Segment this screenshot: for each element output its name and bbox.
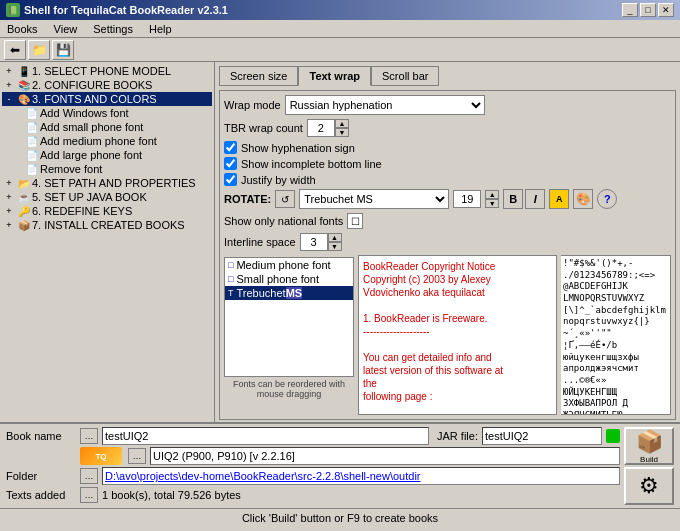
tree-item-fonts-colors[interactable]: - 🎨 3. FONTS AND COLORS [2,92,212,106]
tab-text-wrap-label: Text wrap [309,70,360,82]
maximize-button[interactable]: □ [640,3,656,17]
style-buttons: B I [503,189,545,209]
tab-text-wrap[interactable]: Text wrap [298,66,371,86]
font-size-input[interactable] [453,190,481,208]
book-name-browse[interactable]: … [80,428,98,444]
tbr-label: TBR wrap count [224,122,303,134]
font-item-medium[interactable]: □ Medium phone font [225,258,353,272]
wrap-mode-select[interactable]: Russian hyphenation English hyphenation … [285,95,485,115]
justify-checkbox[interactable] [224,173,237,186]
tree-item-setup-java[interactable]: + ☕ 5. SET UP JAVA BOOK [2,190,212,204]
tbr-down-btn[interactable]: ▼ [335,128,349,137]
book-name-input[interactable] [102,427,429,445]
menu-help[interactable]: Help [146,22,175,36]
italic-button[interactable]: I [525,189,545,209]
tree-item-add-medium-font[interactable]: 📄 Add medium phone font [22,134,212,148]
label-select-phone: 1. SELECT PHONE MODEL [32,65,171,77]
label-add-small: Add small phone font [40,121,143,133]
tree-item-set-path[interactable]: + 📂 4. SET PATH AND PROPERTIES [2,176,212,190]
expand-icon-redefine: + [2,206,16,216]
font-label-small: Small phone font [236,273,319,285]
version-browse[interactable]: … [128,448,146,464]
tree-item-redefine[interactable]: + 🔑 6. REDEFINE KEYS [2,204,212,218]
icon-add-large: 📄 [24,150,40,161]
save-button[interactable]: 💾 [52,40,74,60]
tbr-input[interactable] [307,119,335,137]
font-item-small[interactable]: □ Small phone font [225,272,353,286]
texts-label: Texts added [6,489,76,501]
preview-right: !"#$%&'()*+,- ./0123456789:;<=> @ABCDEFG… [561,255,671,415]
expand-icon-java: + [2,192,16,202]
bottom-action-buttons: 📦 Build ⚙ [624,427,674,505]
font-select[interactable]: Trebuchet MS Arial Times New Roman [299,189,449,209]
label-install: 7. INSTALL CREATED BOOKS [32,219,185,231]
tree-item-configure-books[interactable]: + 📚 2. CONFIGURE BOOKS [2,78,212,92]
bottom-main: Book name … JAR file: TQ … Folder … [6,427,674,505]
show-hyphen-checkbox[interactable] [224,141,237,154]
menu-settings[interactable]: Settings [90,22,136,36]
title-bar-text: Shell for TequilaCat BookReader v2.3.1 [24,4,228,16]
back-button[interactable]: ⬅ [4,40,26,60]
palette-button[interactable]: 🎨 [573,189,593,209]
close-button[interactable]: ✕ [658,3,674,17]
icon-path: 📂 [16,178,32,189]
interline-down-btn[interactable]: ▼ [328,242,342,251]
build-icon: 📦 [636,429,663,455]
bold-button[interactable]: B [503,189,523,209]
rotate-row: ROTATE: ↺ Trebuchet MS Arial Times New R… [224,189,671,209]
tequila-logo-small: TQ [80,447,122,465]
color-button[interactable]: A [549,189,569,209]
status-text: Click 'Build' button or F9 to create boo… [242,512,438,524]
menu-view[interactable]: View [51,22,81,36]
tab-scroll-bar[interactable]: Scroll bar [371,66,439,86]
settings-action-button[interactable]: ⚙ [624,467,674,505]
open-button[interactable]: 📁 [28,40,50,60]
interline-spinner: ▲ ▼ [300,233,342,251]
help-button[interactable]: ? [597,189,617,209]
font-size-up-btn[interactable]: ▲ [485,190,499,199]
font-size-down-btn[interactable]: ▼ [485,199,499,208]
jar-file-input[interactable] [482,427,602,445]
justify-row: Justify by width [224,173,671,186]
interline-input[interactable] [300,233,328,251]
folder-row: Folder … [6,467,620,485]
national-checkbox[interactable]: ☐ [347,213,363,229]
show-incomplete-checkbox[interactable] [224,157,237,170]
app-icon: 📗 [6,3,20,17]
show-hyphen-row: Show hyphenation sign [224,141,671,154]
label-redefine: 6. REDEFINE KEYS [32,205,132,217]
icon-remove: 📄 [24,164,40,175]
icon-select-phone: 📱 [16,66,32,77]
tree-item-install[interactable]: + 📦 7. INSTALL CREATED BOOKS [2,218,212,232]
jar-green-icon [606,429,620,443]
bottom-fields: Book name … JAR file: TQ … Folder … [6,427,620,505]
tree-item-add-small-font[interactable]: 📄 Add small phone font [22,120,212,134]
right-panel: Screen size Text wrap Scroll bar Wrap mo… [215,62,680,422]
show-incomplete-row: Show incomplete bottom line [224,157,671,170]
build-button[interactable]: 📦 Build [624,427,674,465]
tab-screen-size-label: Screen size [230,70,287,82]
font-item-trebuchet[interactable]: T TrebuchetMS [225,286,353,300]
minimize-button[interactable]: _ [622,3,638,17]
tab-screen-size[interactable]: Screen size [219,66,298,86]
interline-up-btn[interactable]: ▲ [328,233,342,242]
tbr-up-btn[interactable]: ▲ [335,119,349,128]
version-input[interactable] [150,447,620,465]
tbr-row: TBR wrap count ▲ ▼ [224,119,671,137]
tree-item-select-phone[interactable]: + 📱 1. SELECT PHONE MODEL [2,64,212,78]
label-path: 4. SET PATH AND PROPERTIES [32,177,196,189]
folder-browse[interactable]: … [80,468,98,484]
folder-input[interactable] [102,467,620,485]
rotate-button[interactable]: ↺ [275,190,295,208]
texts-browse[interactable]: … [80,487,98,503]
menu-books[interactable]: Books [4,22,41,36]
texts-value: 1 book(s), total 79.526 bytes [102,489,241,501]
icon-install: 📦 [16,220,32,231]
tree-item-remove-font[interactable]: 📄 Remove font [22,162,212,176]
title-bar-left: 📗 Shell for TequilaCat BookReader v2.3.1 [6,3,228,17]
texts-row: Texts added … 1 book(s), total 79.526 by… [6,487,620,503]
tree-item-add-windows-font[interactable]: 📄 Add Windows font [22,106,212,120]
national-row: Show only national fonts ☐ [224,213,671,229]
tree-item-add-large-font[interactable]: 📄 Add large phone font [22,148,212,162]
wrap-mode-label: Wrap mode [224,99,281,111]
